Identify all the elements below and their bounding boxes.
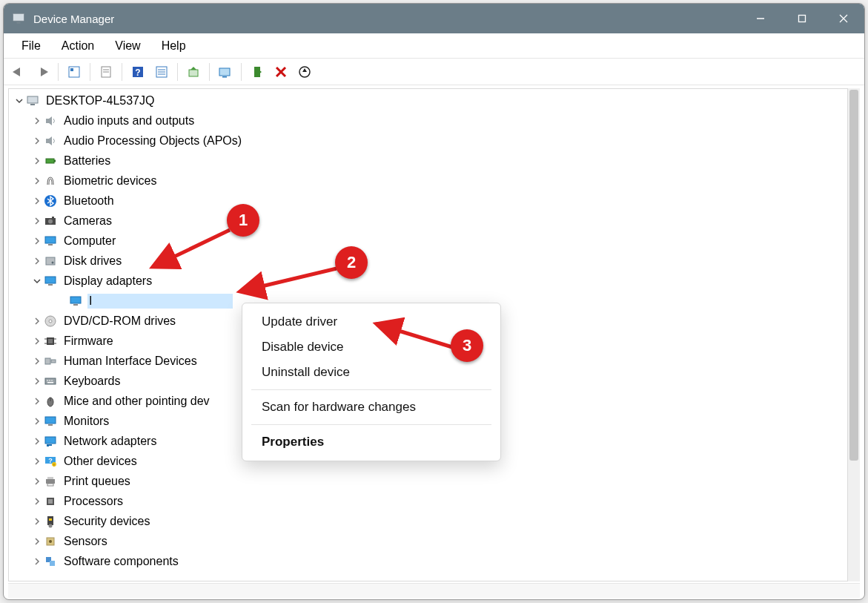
disable-icon[interactable] [271,62,291,82]
menu-help[interactable]: Help [151,36,196,56]
disk-icon [43,254,58,268]
chevron-right-icon[interactable] [31,155,43,167]
svg-marker-20 [191,67,196,70]
svg-rect-79 [49,518,52,521]
chevron-right-icon[interactable] [31,455,43,467]
menu-action[interactable]: Action [51,36,105,56]
tree-item[interactable]: Sensors [9,531,847,551]
software-icon [43,554,58,569]
maximize-button[interactable] [781,4,823,33]
svg-marker-7 [41,67,48,76]
menubar: File Action View Help [4,33,864,59]
tree-item[interactable]: Batteries [9,151,847,171]
tree-item-label: Security devices [62,514,152,529]
computer-root-icon [25,93,40,108]
update-driver-icon[interactable] [183,62,204,82]
svg-rect-73 [46,479,55,484]
svg-rect-34 [54,159,56,162]
show-hidden-icon[interactable] [64,62,85,82]
titlebar[interactable]: Device Manager [4,4,864,33]
battery-icon [43,154,58,168]
scan-hardware-icon[interactable] [215,62,236,82]
tree-item[interactable]: Cameras [9,211,847,231]
svg-point-58 [47,380,48,381]
ctx-separator [251,424,491,425]
tree-item-label: DVD/CD-ROM drives [62,314,177,329]
annotation-marker-1: 1 [227,204,259,237]
bluetooth-icon [43,194,58,208]
svg-point-42 [52,261,54,263]
chevron-right-icon[interactable] [31,115,43,127]
svg-rect-41 [46,257,55,265]
menu-view[interactable]: View [105,36,150,56]
svg-rect-0 [13,13,24,21]
tree-item-label: DESKTOP-4L537JQ [44,93,156,108]
scrollbar-thumb[interactable] [849,90,858,461]
chevron-right-icon[interactable] [31,536,43,547]
tree-item-label: Monitors [62,414,110,429]
ctx-uninstall-device[interactable]: Uninstall device [242,360,500,385]
tree-item[interactable]: Display adapters [9,271,847,291]
minimize-button[interactable] [740,4,781,33]
svg-rect-33 [46,159,54,163]
monitor-icon [43,274,58,289]
ctx-properties[interactable]: Properties [242,429,500,455]
tree-item[interactable]: Print queues [9,471,847,491]
chevron-right-icon[interactable] [31,315,43,327]
tree-item[interactable]: Computer [9,231,847,251]
view-menu-icon[interactable] [151,62,172,82]
tree-item[interactable]: Bluetooth [9,191,847,211]
tree-item[interactable]: DESKTOP-4L537JQ [9,90,847,111]
svg-rect-21 [219,68,230,76]
chevron-right-icon[interactable] [31,475,43,487]
menu-file[interactable]: File [11,36,51,56]
chevron-right-icon[interactable] [31,495,43,507]
chevron-right-icon[interactable] [31,335,43,347]
svg-text:?: ? [48,457,53,464]
uninstall-icon[interactable] [294,62,315,82]
close-button[interactable] [823,4,864,33]
tree-item[interactable]: Audio Processing Objects (APOs) [9,131,847,151]
ctx-separator [251,389,491,390]
tree-item[interactable]: Software components [9,551,847,571]
cpu-icon [43,494,58,509]
svg-rect-75 [47,484,53,486]
fingerprint-icon [43,174,58,188]
annotation-marker-2: 2 [335,246,368,279]
chevron-right-icon[interactable] [31,175,43,187]
chevron-right-icon[interactable] [31,215,43,227]
chevron-right-icon[interactable] [31,255,43,267]
tree-item[interactable]: Biometric devices [9,171,847,191]
chevron-right-icon[interactable] [31,515,43,527]
tree-item-label: Cameras [62,214,113,228]
tree-item-label: Audio Processing Objects (APOs) [62,134,243,148]
tree-item[interactable]: Audio inputs and outputs [9,111,847,131]
chevron-right-icon[interactable] [31,415,43,427]
chevron-right-icon[interactable] [31,435,43,447]
svg-marker-31 [46,116,52,125]
mouse-icon [43,394,58,409]
statusbar [8,583,860,598]
ctx-scan-hardware[interactable]: Scan for hardware changes [242,395,500,420]
monitor-icon [68,294,83,309]
chevron-right-icon[interactable] [31,395,43,407]
tree-item[interactable]: Disk drives [9,251,847,271]
enable-icon[interactable] [247,62,268,82]
forward-icon[interactable] [32,62,53,82]
chevron-down-icon[interactable] [13,95,25,107]
svg-marker-28 [302,68,307,72]
properties-icon[interactable] [96,62,116,82]
scrollbar[interactable] [848,88,860,581]
chevron-down-icon[interactable] [31,275,43,287]
back-icon[interactable] [8,62,29,82]
chevron-right-icon[interactable] [31,355,43,367]
chevron-right-icon[interactable] [31,235,43,247]
tree-item[interactable]: Security devices [9,511,847,531]
chevron-right-icon[interactable] [31,375,43,387]
help-icon[interactable]: ? [127,62,148,82]
tree-item-label: Sensors [62,534,109,549]
chevron-right-icon[interactable] [31,135,43,147]
tree-item[interactable]: Processors [9,491,847,511]
chevron-right-icon[interactable] [31,556,43,567]
chevron-right-icon[interactable] [31,195,43,207]
